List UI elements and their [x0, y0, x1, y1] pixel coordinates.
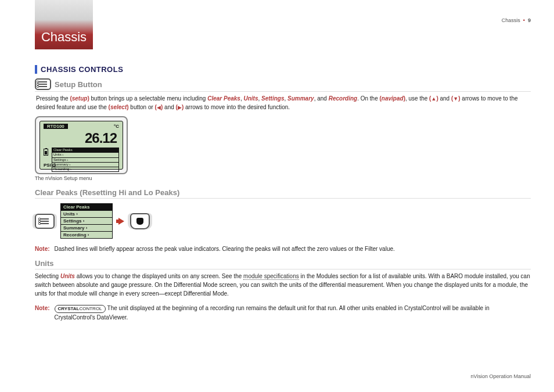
section-title: CHASSIS CONTROLS [35, 65, 531, 74]
note-label: Note: [35, 244, 50, 253]
clear-peaks-note: Note: Dashed lines will briefly appear a… [35, 244, 531, 253]
clear-peaks-menu: Clear Peaks Units › Settings › Summary ›… [60, 203, 113, 239]
setup-paragraph: Pressing the (setup) button brings up a … [35, 94, 531, 112]
lcd-setup-menu: Clear Peaks Units › Settings › Summary ›… [52, 148, 119, 172]
menu-item: Units › [61, 211, 112, 218]
page-header-ref: Chassis • 9 [502, 17, 531, 23]
sequence-arrow-icon [118, 218, 124, 225]
lcd-psi-label: PSI G [44, 163, 56, 168]
footer-manual-title: nVision Operation Manual [471, 373, 531, 379]
chapter-title: Chassis [41, 30, 87, 45]
module-specifications-link[interactable]: module specifications [243, 273, 299, 280]
page-number: 9 [528, 17, 531, 23]
clear-peaks-sequence: Clear Peaks Units › Settings › Summary ›… [35, 203, 531, 239]
lcd-menu-item: Clear Peaks [52, 148, 118, 153]
setup-button-heading-text: Setup Button [55, 80, 102, 89]
lcd-menu-item: Recording › [52, 167, 118, 171]
page-header-section: Chassis [502, 17, 520, 23]
device-screenshot: RTD100 °C 26.12 Clear Peaks Units › Sett… [35, 116, 128, 174]
right-arrow-icon: ▶ [178, 104, 182, 112]
select-button-icon [130, 213, 150, 229]
units-paragraph: Selecting Units allows you to change the… [35, 272, 531, 298]
left-arrow-icon: ◀ [157, 104, 161, 112]
lcd-menu-item: Units › [52, 153, 118, 157]
lcd-sensor-label: RTD100 [44, 124, 68, 129]
lcd-unit: °C [114, 124, 119, 129]
lcd-reading: 26.12 [44, 130, 117, 146]
clear-peaks-heading: Clear Peaks (Resetting Hi and Lo Peaks) [35, 188, 531, 199]
chapter-tab: Chassis [35, 0, 93, 49]
setup-button-icon [35, 214, 55, 229]
note-label: Note: [35, 304, 50, 321]
menu-item: Clear Peaks [61, 204, 112, 211]
note-body: Dashed lines will briefly appear across … [55, 244, 531, 253]
menu-item: Settings › [61, 218, 112, 225]
figure-caption: The nVision Setup menu [35, 175, 531, 181]
lcd-menu-item: Settings › [52, 158, 118, 163]
battery-icon [44, 149, 48, 156]
crystalcontrol-logo: CRYSTALCONTROL [55, 305, 106, 313]
units-heading: Units [35, 259, 531, 269]
menu-item: Summary › [61, 225, 112, 232]
lcd-menu-item: Summary › [52, 163, 118, 167]
note-body: CRYSTALCONTROLThe unit displayed at the … [55, 304, 531, 321]
down-arrow-icon: ▼ [453, 95, 458, 103]
menu-item: Recording › [61, 232, 112, 238]
setup-icon [35, 78, 51, 90]
units-note: Note: CRYSTALCONTROLThe unit displayed a… [35, 304, 531, 321]
setup-button-heading: Setup Button [35, 78, 531, 92]
